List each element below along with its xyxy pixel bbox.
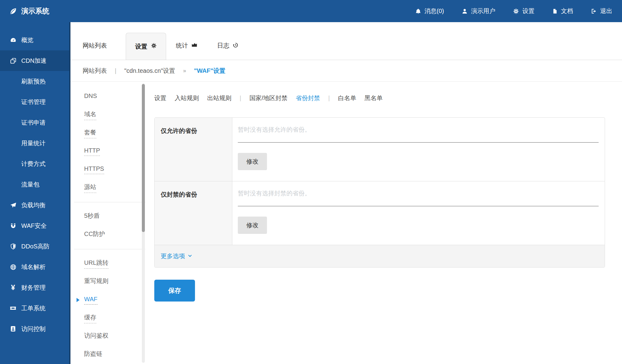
waf-tab-whitelist[interactable]: 白名单 <box>338 94 356 102</box>
tab-logs[interactable]: 日志 <box>217 42 239 60</box>
tab-settings[interactable]: 设置 <box>126 33 166 60</box>
save-button[interactable]: 保存 <box>154 280 195 302</box>
sidebar-item-finance[interactable]: ¥ 财务管理 <box>0 277 70 298</box>
sidebar-item-cert-management[interactable]: 证书管理 <box>0 92 70 112</box>
document-icon <box>552 8 558 14</box>
sidebar-item-label: 工单系统 <box>21 304 46 312</box>
modify-blocked-button[interactable]: 修改 <box>238 217 267 234</box>
waf-tab-outbound-rules[interactable]: 出站规则 <box>207 94 231 102</box>
allowed-provinces-cell: 暂时没有选择允许的省份。 修改 <box>232 118 605 181</box>
tab-label: 日志 <box>217 42 229 50</box>
more-options-link[interactable]: 更多选项 <box>161 252 192 260</box>
bell-icon <box>415 8 421 14</box>
waf-tabs: 设置 入站规则 出站规则 | 国家/地区封禁 省份封禁 | 白名单 黑名单 <box>154 91 605 105</box>
settings-nav-scrollbar[interactable] <box>142 83 145 363</box>
allowed-provinces-label: 仅允许的省份 <box>155 118 232 181</box>
blocked-provinces-cell: 暂时没有选择封禁的省份。 修改 <box>232 181 605 245</box>
settings-nav: DNS 域名 套餐 HTTP HTTPS 源站 5秒盾 CC防护 URL跳转 重… <box>70 82 154 364</box>
sidebar-item-label: 证书管理 <box>21 98 46 106</box>
sidebar-item-overview[interactable]: 概览 <box>0 30 70 50</box>
sidebar-item-access-control[interactable]: 访问控制 <box>0 318 70 339</box>
sidebar-item-label: 刷新预热 <box>21 77 46 86</box>
settings-label: 设置 <box>522 7 535 15</box>
sidebar-item-traffic-pack[interactable]: 流量包 <box>0 174 70 195</box>
topbar-menu: 消息(0) 演示用户 设置 文档 <box>415 7 612 15</box>
messages-button[interactable]: 消息(0) <box>415 7 444 15</box>
waf-tab-province-block[interactable]: 省份封禁 <box>296 94 320 102</box>
sidebar-item-label: 域名解析 <box>21 263 46 271</box>
chevron-down-icon <box>188 253 192 260</box>
sidebar-item-label: WAF安全 <box>21 222 47 230</box>
yen-icon: ¥ <box>9 283 17 292</box>
sidebar-item-label: 财务管理 <box>21 284 46 292</box>
sidebar-item-label: 流量包 <box>21 180 39 189</box>
id-card-icon <box>9 325 17 332</box>
main-content: 网站列表 设置 统计 日志 网站列表 <box>70 22 622 364</box>
waf-tab-inbound-rules[interactable]: 入站规则 <box>175 94 199 102</box>
app-root: 演示系统 消息(0) 演示用户 设置 <box>0 0 622 364</box>
blocked-provinces-value: 暂时没有选择封禁的省份。 <box>238 189 599 206</box>
sidebar-item-cert-apply[interactable]: 证书申请 <box>0 112 70 133</box>
settings-button[interactable]: 设置 <box>513 7 535 15</box>
sidebar-item-label: 负载均衡 <box>21 201 46 209</box>
docs-label: 文档 <box>561 7 573 15</box>
modify-allowed-button[interactable]: 修改 <box>238 153 267 170</box>
waf-tab-country-block[interactable]: 国家/地区封禁 <box>249 94 288 102</box>
workspace: DNS 域名 套餐 HTTP HTTPS 源站 5秒盾 CC防护 URL跳转 重… <box>70 82 622 364</box>
blocked-provinces-label: 仅封禁的省份 <box>155 181 232 245</box>
sidebar-item-usage-stats[interactable]: 用量统计 <box>0 133 70 153</box>
sidebar-item-refresh-prewarm[interactable]: 刷新预热 <box>0 71 70 92</box>
sidebar-item-cdn[interactable]: CDN加速 <box>0 50 70 71</box>
province-form: 仅允许的省份 暂时没有选择允许的省份。 修改 仅封禁的省份 暂时没有选择封禁的省… <box>154 117 605 268</box>
sign-out-icon <box>591 8 597 14</box>
sidebar-item-dns-resolve[interactable]: 域名解析 <box>0 257 70 277</box>
sidebar-list: 概览 CDN加速 刷新预热 证书管理 证书申请 用量统计 计费方式 <box>0 22 70 339</box>
sidebar-item-label: 概览 <box>21 36 33 44</box>
sidebar-item-billing[interactable]: 计费方式 <box>0 153 70 174</box>
breadcrumb-separator: » <box>183 68 186 74</box>
gear-icon <box>513 8 519 14</box>
user-menu-button[interactable]: 演示用户 <box>462 7 495 15</box>
sidebar-item-ddos[interactable]: DDoS高防 <box>0 236 70 257</box>
tab-label: 统计 <box>176 42 188 50</box>
breadcrumb-separator: | <box>115 67 116 74</box>
tab-label: 网站列表 <box>83 42 107 50</box>
dashboard-icon <box>9 37 17 44</box>
sidebar-item-label: 访问控制 <box>21 325 46 333</box>
sidebar-item-waf-security[interactable]: WAF安全 <box>0 215 70 236</box>
waf-tabs-separator: | <box>328 95 330 102</box>
scrollbar-thumb[interactable] <box>142 84 145 232</box>
site-tabs: 网站列表 设置 统计 日志 <box>70 22 622 60</box>
waf-tab-settings[interactable]: 设置 <box>154 94 166 102</box>
more-options-row: 更多选项 <box>155 245 605 267</box>
history-icon <box>232 42 239 50</box>
logout-label: 退出 <box>600 7 612 15</box>
leaf-icon <box>9 7 17 15</box>
allowed-provinces-row: 仅允许的省份 暂时没有选择允许的省份。 修改 <box>155 118 605 181</box>
waf-panel: 设置 入站规则 出站规则 | 国家/地区封禁 省份封禁 | 白名单 黑名单 仅允… <box>154 82 622 364</box>
tab-statistics[interactable]: 统计 <box>176 42 198 60</box>
docs-button[interactable]: 文档 <box>552 7 573 15</box>
tab-site-list[interactable]: 网站列表 <box>83 42 107 60</box>
paper-plane-icon <box>9 202 17 209</box>
area-chart-icon <box>191 42 198 50</box>
breadcrumb: 网站列表 | "cdn.teaos.cn"设置 » "WAF"设置 <box>70 60 622 82</box>
sidebar-item-label: DDoS高防 <box>21 242 50 251</box>
nav-divider <box>74 249 145 249</box>
ticket-icon <box>9 305 17 312</box>
globe-icon <box>9 264 17 271</box>
waf-tabs-separator: | <box>240 95 241 102</box>
sidebar-item-tickets[interactable]: 工单系统 <box>0 298 70 318</box>
sidebar-item-label: 计费方式 <box>21 160 46 168</box>
waf-tab-blacklist[interactable]: 黑名单 <box>364 94 383 102</box>
topbar: 演示系统 消息(0) 演示用户 设置 <box>0 0 622 22</box>
user-label: 演示用户 <box>471 7 495 15</box>
more-options-label: 更多选项 <box>161 252 185 260</box>
sidebar-item-load-balance[interactable]: 负载均衡 <box>0 195 70 215</box>
breadcrumb-domain-settings[interactable]: "cdn.teaos.cn"设置 <box>124 67 175 75</box>
breadcrumb-site-list[interactable]: 网站列表 <box>83 67 107 75</box>
breadcrumb-waf-settings[interactable]: "WAF"设置 <box>194 67 225 75</box>
logout-button[interactable]: 退出 <box>591 7 612 15</box>
user-icon <box>462 8 468 14</box>
sidebar-item-label: 用量统计 <box>21 139 46 147</box>
